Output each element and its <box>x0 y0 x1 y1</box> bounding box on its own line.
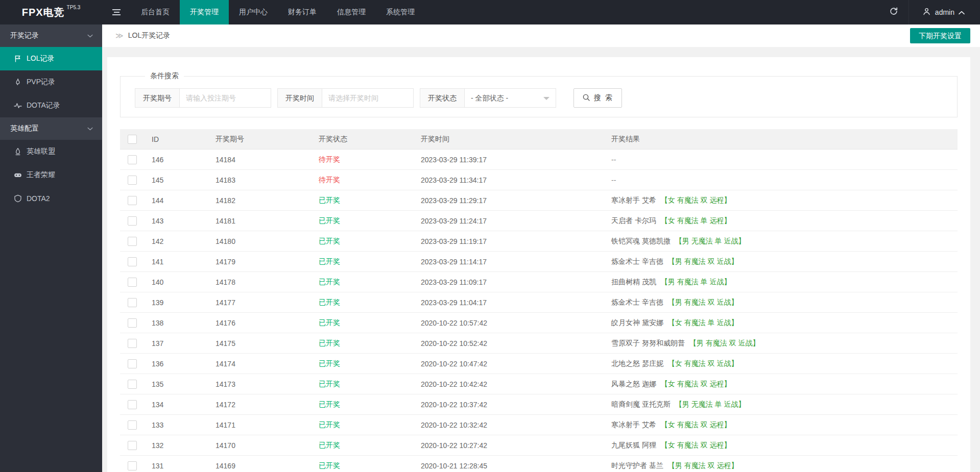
cell-issue: 14174 <box>208 360 312 368</box>
cell-time: 2020-10-22 10:37:42 <box>414 401 604 409</box>
search-button[interactable]: 搜 索 <box>573 88 622 108</box>
cell-status: 待开奖 <box>312 155 414 164</box>
cell-time: 2020-10-22 10:47:42 <box>414 360 604 368</box>
row-checkbox[interactable] <box>128 461 137 470</box>
hamburger-icon <box>112 14 121 15</box>
row-checkbox[interactable] <box>128 380 137 389</box>
sidebar-section-header[interactable]: 英雄配置 <box>0 117 102 140</box>
column-header-result: 开奖结果 <box>604 135 958 144</box>
result-attributes: 【男 无魔法 单 近战】 <box>675 237 746 245</box>
row-checkbox[interactable] <box>128 400 137 409</box>
row-checkbox[interactable] <box>128 318 137 328</box>
cell-issue: 14177 <box>208 299 312 307</box>
shield-icon <box>14 194 22 203</box>
cell-id: 133 <box>145 421 208 429</box>
result-hero-name: 九尾妖狐 阿狸 <box>611 441 656 449</box>
sidebar: 开奖记录LOL记录PVP记录DOTA记录英雄配置英雄联盟王者荣耀DOTA2 <box>0 24 102 472</box>
cell-issue: 14180 <box>208 237 312 245</box>
row-checkbox[interactable] <box>128 237 137 246</box>
cell-result: 九尾妖狐 阿狸 【女 有魔法 双 远程】 <box>604 441 958 450</box>
cell-status: 已开奖 <box>312 278 414 287</box>
cell-status: 已开奖 <box>312 461 414 470</box>
cell-time: 2023-03-29 11:39:17 <box>414 156 604 164</box>
sidebar-item-lol-heroes[interactable]: 英雄联盟 <box>0 140 102 163</box>
nav-item[interactable]: 后台首页 <box>131 0 180 24</box>
column-header-id: ID <box>145 135 208 143</box>
row-checkbox[interactable] <box>128 359 137 368</box>
draw-time-input[interactable] <box>322 88 414 108</box>
sidebar-section-label: 英雄配置 <box>10 124 39 133</box>
result-hero-name: 寒冰射手 艾希 <box>611 196 656 204</box>
topbar-right: admin <box>879 0 980 24</box>
cell-issue: 14183 <box>208 176 312 184</box>
row-checkbox[interactable] <box>128 196 137 205</box>
cell-status: 已开奖 <box>312 237 414 246</box>
row-check-cell <box>120 339 145 348</box>
row-checkbox[interactable] <box>128 257 137 266</box>
row-checkbox[interactable] <box>128 176 137 185</box>
sidebar-item-wzry-heroes[interactable]: 王者荣耀 <box>0 163 102 187</box>
issue-input[interactable] <box>179 88 271 108</box>
nav-item[interactable]: 用户中心 <box>229 0 278 24</box>
row-check-cell <box>120 176 145 185</box>
cell-time: 2020-10-21 12:28:45 <box>414 462 604 470</box>
user-menu[interactable]: admin <box>909 0 980 24</box>
table-row: 141 14179 已开奖 2023-03-29 11:14:17 炼金术士 辛… <box>120 252 958 272</box>
cell-time: 2020-10-22 10:57:42 <box>414 319 604 327</box>
cell-id: 145 <box>145 176 208 184</box>
cell-issue: 14169 <box>208 462 312 470</box>
search-row: 开奖期号 开奖时间 开奖状态 - 全部状态 - <box>135 88 957 108</box>
cell-time: 2020-10-22 10:52:42 <box>414 339 604 347</box>
cell-issue: 14171 <box>208 421 312 429</box>
row-checkbox[interactable] <box>128 420 137 430</box>
sidebar-item-lol-records[interactable]: LOL记录 <box>0 47 102 70</box>
cell-issue: 14173 <box>208 380 312 388</box>
nav-item[interactable]: 开奖管理 <box>180 0 229 24</box>
sidebar-toggle-button[interactable] <box>102 0 131 24</box>
cell-result: 铁铠冥魂 莫德凯撒 【男 无魔法 单 近战】 <box>604 237 958 246</box>
nav-item[interactable]: 系统管理 <box>376 0 425 24</box>
next-draw-settings-button[interactable]: 下期开奖设置 <box>910 28 970 43</box>
table-header: ID 开奖期号 开奖状态 开奖时间 开奖结果 <box>120 129 958 150</box>
issue-field-label: 开奖期号 <box>135 88 180 108</box>
cell-time: 2020-10-22 10:27:42 <box>414 441 604 450</box>
cell-id: 131 <box>145 462 208 470</box>
sidebar-item-pvp-records[interactable]: PVP记录 <box>0 70 102 94</box>
row-check-cell <box>120 461 145 470</box>
row-checkbox[interactable] <box>128 298 137 307</box>
result-attributes: 【女 有魔法 双 近战】 <box>668 359 738 367</box>
sidebar-item-label: 王者荣耀 <box>27 170 55 180</box>
row-check-cell <box>120 298 145 307</box>
status-select[interactable]: - 全部状态 - <box>464 88 556 108</box>
refresh-icon <box>889 7 898 18</box>
row-checkbox[interactable] <box>128 155 137 164</box>
content-card: 条件搜索 开奖期号 开奖时间 开奖状态 - 全部状态 - <box>107 57 970 472</box>
cell-id: 142 <box>145 237 208 245</box>
row-check-cell <box>120 196 145 205</box>
sidebar-item-label: DOTA记录 <box>27 101 60 110</box>
nav-item[interactable]: 信息管理 <box>327 0 376 24</box>
table-row: 142 14180 已开奖 2023-03-29 11:19:17 铁铠冥魂 莫… <box>120 231 958 252</box>
result-hero-name: 雪原双子 努努和威朗普 <box>611 339 685 347</box>
sidebar-item-dota2-heroes[interactable]: DOTA2 <box>0 187 102 210</box>
column-header-issue: 开奖期号 <box>208 135 312 144</box>
sidebar-section-header[interactable]: 开奖记录 <box>0 24 102 47</box>
row-checkbox[interactable] <box>128 278 137 287</box>
nav-item[interactable]: 财务订单 <box>278 0 327 24</box>
sidebar-item-label: DOTA2 <box>27 194 50 203</box>
cell-time: 2023-03-29 11:29:17 <box>414 196 604 205</box>
cell-issue: 14181 <box>208 217 312 225</box>
cell-id: 138 <box>145 319 208 327</box>
result-hero-name: 皎月女神 黛安娜 <box>611 318 663 327</box>
cell-time: 2023-03-29 11:19:17 <box>414 237 604 245</box>
result-attributes: 【女 有魔法 双 远程】 <box>661 441 731 449</box>
row-checkbox[interactable] <box>128 441 137 450</box>
refresh-button[interactable] <box>879 0 909 24</box>
table-row: 140 14178 已开奖 2023-03-29 11:09:17 扭曲树精 茂… <box>120 272 958 292</box>
row-checkbox[interactable] <box>128 216 137 226</box>
sidebar-section-label: 开奖记录 <box>10 31 39 40</box>
sidebar-item-dota-records[interactable]: DOTA记录 <box>0 94 102 117</box>
row-checkbox[interactable] <box>128 339 137 348</box>
cell-status: 待开奖 <box>312 176 414 185</box>
select-all-checkbox[interactable] <box>128 135 137 144</box>
